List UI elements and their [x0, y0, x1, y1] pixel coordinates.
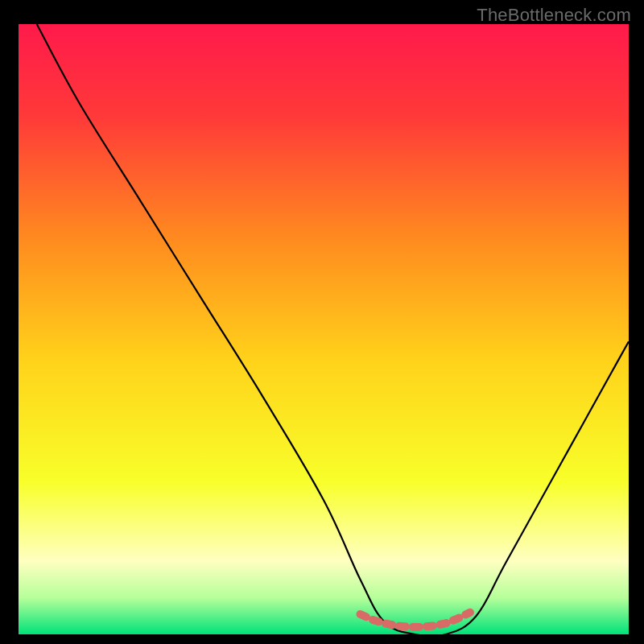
gradient-background — [19, 24, 629, 634]
chart-area — [0, 0, 644, 644]
watermark-text: TheBottleneck.com — [477, 5, 631, 26]
chart-svg — [0, 0, 644, 644]
